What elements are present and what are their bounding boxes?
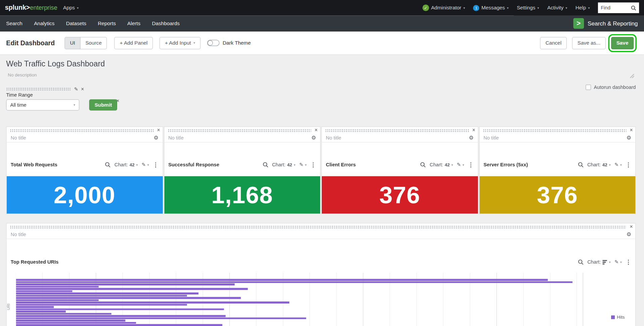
gear-icon[interactable]: ⚙: [627, 231, 631, 237]
current-app[interactable]: > Search & Reporting: [573, 18, 638, 29]
chart-legend[interactable]: Hits: [611, 315, 625, 320]
panel-title-placeholder[interactable]: No title: [11, 135, 26, 141]
time-input-drag-handle[interactable]: [6, 87, 71, 91]
gear-icon[interactable]: ⚙: [154, 135, 158, 141]
gear-icon[interactable]: ⚙: [469, 135, 474, 141]
add-input-button[interactable]: + Add Input ▾: [159, 37, 200, 49]
bar[interactable]: [16, 286, 99, 288]
close-icon[interactable]: ×: [157, 127, 160, 133]
find-search-box[interactable]: [598, 2, 639, 13]
nav-item-dashboards[interactable]: Dashboards: [152, 20, 180, 26]
chevron-down-icon: ▾: [620, 163, 622, 167]
nav-item-search[interactable]: Search: [6, 20, 22, 26]
bar[interactable]: [16, 322, 136, 324]
close-icon[interactable]: ×: [472, 127, 475, 133]
apps-menu[interactable]: Apps ▾: [63, 5, 79, 11]
close-icon[interactable]: ×: [314, 127, 317, 133]
bar[interactable]: [16, 311, 66, 313]
close-icon[interactable]: ×: [630, 127, 633, 133]
bar[interactable]: [16, 299, 99, 301]
time-range-dropdown[interactable]: All time ▾: [6, 99, 79, 110]
bar[interactable]: [16, 317, 306, 319]
nav-item-analytics[interactable]: Analytics: [34, 20, 54, 26]
panel-drag-handle[interactable]: [325, 129, 469, 132]
bar[interactable]: [16, 324, 222, 326]
chart-type-select[interactable]: Chart: 42 ▾: [114, 162, 138, 167]
bar[interactable]: [16, 281, 573, 283]
format-menu[interactable]: ✎ ▾: [142, 162, 149, 167]
bar[interactable]: [16, 302, 289, 304]
bar[interactable]: [16, 288, 248, 290]
dashboard-description[interactable]: No description: [8, 72, 37, 77]
bar[interactable]: [16, 283, 235, 285]
chart-type-select[interactable]: Chart: 42 ▾: [587, 162, 611, 167]
messages-menu[interactable]: 1 Messages ▾: [473, 5, 508, 11]
bar[interactable]: [16, 292, 199, 294]
kebab-menu-icon[interactable]: ⋮: [468, 161, 474, 168]
bar[interactable]: [16, 290, 72, 292]
bar[interactable]: [16, 308, 224, 310]
find-search-input[interactable]: [601, 5, 629, 11]
bar[interactable]: [16, 320, 126, 322]
bar[interactable]: [16, 306, 54, 308]
nav-item-datasets[interactable]: Datasets: [66, 20, 86, 26]
kebab-menu-icon[interactable]: ⋮: [310, 161, 316, 168]
activity-menu[interactable]: Activity ▾: [547, 5, 567, 11]
help-menu[interactable]: Help ▾: [576, 5, 590, 11]
panel-title-placeholder[interactable]: No title: [11, 231, 26, 237]
panel-drag-handle[interactable]: [483, 129, 626, 132]
bar[interactable]: [16, 279, 548, 281]
format-menu[interactable]: ✎ ▾: [299, 162, 306, 167]
dark-theme-toggle[interactable]: [207, 40, 219, 46]
nav-item-alerts[interactable]: Alerts: [127, 20, 140, 26]
format-menu[interactable]: ✎ ▾: [614, 162, 622, 167]
bar[interactable]: [16, 315, 226, 317]
close-icon[interactable]: ×: [630, 224, 633, 229]
kebab-menu-icon[interactable]: ⋮: [626, 259, 631, 265]
ui-mode-button[interactable]: UI: [65, 37, 81, 49]
splunk-logo[interactable]: splunk > enterprise: [5, 4, 57, 11]
single-value-viz-icon: 42: [287, 162, 292, 167]
chevron-down-icon: ▾: [565, 6, 567, 10]
nav-item-reports[interactable]: Reports: [98, 20, 116, 26]
panel-title-placeholder[interactable]: No title: [484, 135, 499, 141]
close-icon[interactable]: ×: [116, 98, 119, 104]
chart-type-select[interactable]: Chart: 42 ▾: [430, 162, 453, 167]
pencil-icon[interactable]: ✎: [74, 87, 78, 92]
source-mode-button[interactable]: Source: [80, 37, 107, 49]
save-button[interactable]: Save: [611, 37, 634, 49]
close-icon[interactable]: ×: [81, 86, 84, 92]
bar[interactable]: [16, 295, 187, 297]
add-panel-button[interactable]: + Add Panel: [114, 37, 153, 49]
format-menu[interactable]: ✎ ▾: [614, 260, 622, 265]
submit-button[interactable]: Submit: [89, 99, 117, 110]
search-icon[interactable]: [420, 162, 426, 167]
search-icon[interactable]: [578, 259, 584, 265]
dashboard-title[interactable]: Web Traffic Logs Dashboard: [6, 60, 105, 69]
search-icon[interactable]: [105, 162, 111, 167]
chart-type-select[interactable]: Chart: 42 ▾: [272, 162, 296, 167]
bar[interactable]: [16, 304, 187, 306]
panel-drag-handle[interactable]: [10, 129, 153, 132]
panel-drag-handle[interactable]: [167, 129, 311, 132]
chart-type-select[interactable]: Chart: ▾: [587, 259, 610, 265]
autorun-checkbox[interactable]: [586, 85, 591, 90]
gear-icon[interactable]: ⚙: [627, 135, 631, 141]
bar[interactable]: [16, 297, 241, 299]
search-icon[interactable]: [262, 162, 268, 167]
panel-title-placeholder[interactable]: No title: [326, 135, 341, 141]
save-as-button[interactable]: Save as...: [572, 37, 606, 49]
cancel-button[interactable]: Cancel: [540, 37, 567, 49]
user-menu[interactable]: ✓ Administrator ▾: [423, 4, 465, 11]
kebab-menu-icon[interactable]: ⋮: [626, 161, 631, 168]
format-menu[interactable]: ✎ ▾: [457, 162, 464, 167]
kebab-menu-icon[interactable]: ⋮: [153, 161, 158, 168]
bar[interactable]: [16, 313, 111, 315]
panel-top-requested-uris: × No title ⚙ Top Requested URIs Chart: ▾…: [6, 223, 636, 326]
panel-title-placeholder[interactable]: No title: [168, 135, 184, 141]
search-icon[interactable]: [578, 162, 584, 167]
settings-menu[interactable]: Settings ▾: [517, 5, 539, 11]
description-resize-grip[interactable]: [630, 74, 634, 78]
panel-drag-handle[interactable]: [10, 225, 626, 229]
gear-icon[interactable]: ⚙: [311, 135, 316, 141]
